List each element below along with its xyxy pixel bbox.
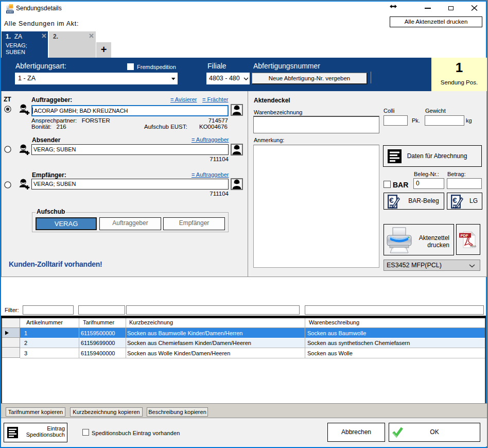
svg-text:€: € <box>389 196 394 204</box>
svg-text:PDF: PDF <box>461 233 468 238</box>
svg-text:€: € <box>452 196 457 204</box>
svg-text:Adobe: Adobe <box>470 245 477 248</box>
